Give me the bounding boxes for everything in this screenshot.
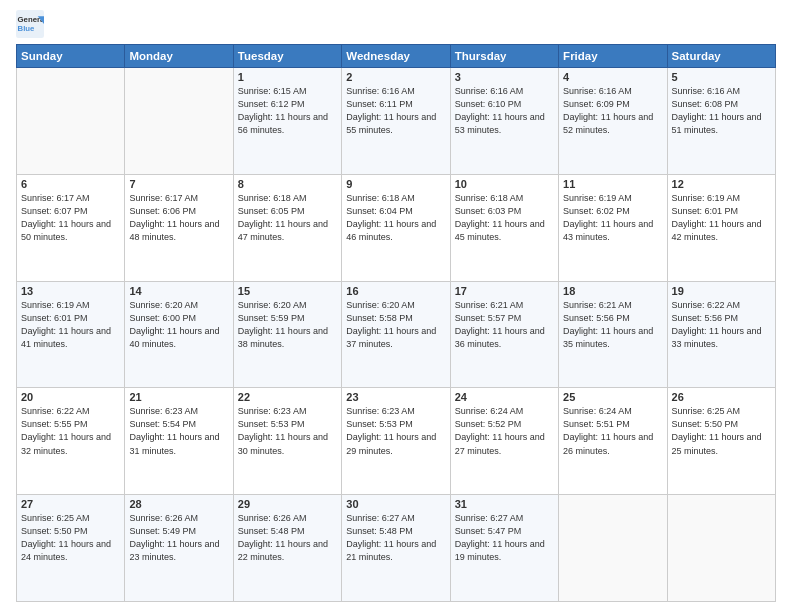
calendar-cell: 26Sunrise: 6:25 AMSunset: 5:50 PMDayligh… xyxy=(667,388,775,495)
day-info: Sunrise: 6:22 AMSunset: 5:55 PMDaylight:… xyxy=(21,405,120,457)
day-number: 27 xyxy=(21,498,120,510)
day-number: 23 xyxy=(346,391,445,403)
day-info: Sunrise: 6:20 AMSunset: 5:59 PMDaylight:… xyxy=(238,299,337,351)
day-number: 3 xyxy=(455,71,554,83)
calendar-cell: 4Sunrise: 6:16 AMSunset: 6:09 PMDaylight… xyxy=(559,68,667,175)
day-info: Sunrise: 6:16 AMSunset: 6:09 PMDaylight:… xyxy=(563,85,662,137)
header: General Blue xyxy=(16,10,776,38)
day-info: Sunrise: 6:19 AMSunset: 6:01 PMDaylight:… xyxy=(672,192,771,244)
day-number: 15 xyxy=(238,285,337,297)
day-number: 6 xyxy=(21,178,120,190)
day-number: 12 xyxy=(672,178,771,190)
day-number: 24 xyxy=(455,391,554,403)
day-number: 9 xyxy=(346,178,445,190)
day-info: Sunrise: 6:25 AMSunset: 5:50 PMDaylight:… xyxy=(672,405,771,457)
day-info: Sunrise: 6:17 AMSunset: 6:07 PMDaylight:… xyxy=(21,192,120,244)
calendar-cell: 16Sunrise: 6:20 AMSunset: 5:58 PMDayligh… xyxy=(342,281,450,388)
day-info: Sunrise: 6:17 AMSunset: 6:06 PMDaylight:… xyxy=(129,192,228,244)
calendar-week-1: 1Sunrise: 6:15 AMSunset: 6:12 PMDaylight… xyxy=(17,68,776,175)
calendar-cell: 28Sunrise: 6:26 AMSunset: 5:49 PMDayligh… xyxy=(125,495,233,602)
calendar-cell: 13Sunrise: 6:19 AMSunset: 6:01 PMDayligh… xyxy=(17,281,125,388)
calendar-table: SundayMondayTuesdayWednesdayThursdayFrid… xyxy=(16,44,776,602)
logo: General Blue xyxy=(16,10,48,38)
calendar-cell: 6Sunrise: 6:17 AMSunset: 6:07 PMDaylight… xyxy=(17,174,125,281)
day-number: 26 xyxy=(672,391,771,403)
calendar-col-monday: Monday xyxy=(125,45,233,68)
calendar-cell: 3Sunrise: 6:16 AMSunset: 6:10 PMDaylight… xyxy=(450,68,558,175)
calendar-cell: 27Sunrise: 6:25 AMSunset: 5:50 PMDayligh… xyxy=(17,495,125,602)
calendar-cell: 15Sunrise: 6:20 AMSunset: 5:59 PMDayligh… xyxy=(233,281,341,388)
day-info: Sunrise: 6:15 AMSunset: 6:12 PMDaylight:… xyxy=(238,85,337,137)
calendar-week-4: 20Sunrise: 6:22 AMSunset: 5:55 PMDayligh… xyxy=(17,388,776,495)
logo-icon: General Blue xyxy=(16,10,44,38)
calendar-cell: 30Sunrise: 6:27 AMSunset: 5:48 PMDayligh… xyxy=(342,495,450,602)
calendar-week-5: 27Sunrise: 6:25 AMSunset: 5:50 PMDayligh… xyxy=(17,495,776,602)
calendar-cell: 31Sunrise: 6:27 AMSunset: 5:47 PMDayligh… xyxy=(450,495,558,602)
svg-text:General: General xyxy=(18,15,44,24)
calendar-week-2: 6Sunrise: 6:17 AMSunset: 6:07 PMDaylight… xyxy=(17,174,776,281)
calendar-cell: 10Sunrise: 6:18 AMSunset: 6:03 PMDayligh… xyxy=(450,174,558,281)
day-number: 18 xyxy=(563,285,662,297)
day-info: Sunrise: 6:20 AMSunset: 5:58 PMDaylight:… xyxy=(346,299,445,351)
calendar-cell: 1Sunrise: 6:15 AMSunset: 6:12 PMDaylight… xyxy=(233,68,341,175)
day-info: Sunrise: 6:18 AMSunset: 6:04 PMDaylight:… xyxy=(346,192,445,244)
calendar-cell: 22Sunrise: 6:23 AMSunset: 5:53 PMDayligh… xyxy=(233,388,341,495)
day-info: Sunrise: 6:23 AMSunset: 5:54 PMDaylight:… xyxy=(129,405,228,457)
day-info: Sunrise: 6:19 AMSunset: 6:01 PMDaylight:… xyxy=(21,299,120,351)
calendar-cell xyxy=(667,495,775,602)
day-info: Sunrise: 6:18 AMSunset: 6:05 PMDaylight:… xyxy=(238,192,337,244)
day-number: 5 xyxy=(672,71,771,83)
day-number: 22 xyxy=(238,391,337,403)
calendar-cell: 25Sunrise: 6:24 AMSunset: 5:51 PMDayligh… xyxy=(559,388,667,495)
day-number: 16 xyxy=(346,285,445,297)
calendar-cell: 8Sunrise: 6:18 AMSunset: 6:05 PMDaylight… xyxy=(233,174,341,281)
day-info: Sunrise: 6:26 AMSunset: 5:48 PMDaylight:… xyxy=(238,512,337,564)
day-info: Sunrise: 6:22 AMSunset: 5:56 PMDaylight:… xyxy=(672,299,771,351)
calendar-cell: 23Sunrise: 6:23 AMSunset: 5:53 PMDayligh… xyxy=(342,388,450,495)
day-number: 30 xyxy=(346,498,445,510)
day-info: Sunrise: 6:25 AMSunset: 5:50 PMDaylight:… xyxy=(21,512,120,564)
calendar-header-row: SundayMondayTuesdayWednesdayThursdayFrid… xyxy=(17,45,776,68)
calendar-cell: 29Sunrise: 6:26 AMSunset: 5:48 PMDayligh… xyxy=(233,495,341,602)
day-number: 19 xyxy=(672,285,771,297)
calendar-col-tuesday: Tuesday xyxy=(233,45,341,68)
day-number: 1 xyxy=(238,71,337,83)
day-info: Sunrise: 6:21 AMSunset: 5:57 PMDaylight:… xyxy=(455,299,554,351)
calendar-cell: 5Sunrise: 6:16 AMSunset: 6:08 PMDaylight… xyxy=(667,68,775,175)
day-info: Sunrise: 6:19 AMSunset: 6:02 PMDaylight:… xyxy=(563,192,662,244)
day-number: 14 xyxy=(129,285,228,297)
day-info: Sunrise: 6:23 AMSunset: 5:53 PMDaylight:… xyxy=(238,405,337,457)
day-number: 20 xyxy=(21,391,120,403)
day-number: 17 xyxy=(455,285,554,297)
day-info: Sunrise: 6:26 AMSunset: 5:49 PMDaylight:… xyxy=(129,512,228,564)
day-info: Sunrise: 6:16 AMSunset: 6:11 PMDaylight:… xyxy=(346,85,445,137)
day-number: 25 xyxy=(563,391,662,403)
calendar-col-saturday: Saturday xyxy=(667,45,775,68)
day-info: Sunrise: 6:24 AMSunset: 5:52 PMDaylight:… xyxy=(455,405,554,457)
day-info: Sunrise: 6:27 AMSunset: 5:48 PMDaylight:… xyxy=(346,512,445,564)
day-number: 7 xyxy=(129,178,228,190)
day-info: Sunrise: 6:24 AMSunset: 5:51 PMDaylight:… xyxy=(563,405,662,457)
calendar-col-thursday: Thursday xyxy=(450,45,558,68)
day-info: Sunrise: 6:18 AMSunset: 6:03 PMDaylight:… xyxy=(455,192,554,244)
day-number: 28 xyxy=(129,498,228,510)
calendar-cell: 17Sunrise: 6:21 AMSunset: 5:57 PMDayligh… xyxy=(450,281,558,388)
calendar-cell: 12Sunrise: 6:19 AMSunset: 6:01 PMDayligh… xyxy=(667,174,775,281)
day-info: Sunrise: 6:27 AMSunset: 5:47 PMDaylight:… xyxy=(455,512,554,564)
calendar-cell: 2Sunrise: 6:16 AMSunset: 6:11 PMDaylight… xyxy=(342,68,450,175)
calendar-cell xyxy=(559,495,667,602)
day-number: 31 xyxy=(455,498,554,510)
day-number: 4 xyxy=(563,71,662,83)
calendar-cell: 11Sunrise: 6:19 AMSunset: 6:02 PMDayligh… xyxy=(559,174,667,281)
calendar-cell: 9Sunrise: 6:18 AMSunset: 6:04 PMDaylight… xyxy=(342,174,450,281)
calendar-cell: 18Sunrise: 6:21 AMSunset: 5:56 PMDayligh… xyxy=(559,281,667,388)
calendar-cell: 7Sunrise: 6:17 AMSunset: 6:06 PMDaylight… xyxy=(125,174,233,281)
svg-text:Blue: Blue xyxy=(18,24,36,33)
day-info: Sunrise: 6:16 AMSunset: 6:08 PMDaylight:… xyxy=(672,85,771,137)
calendar-col-sunday: Sunday xyxy=(17,45,125,68)
day-number: 2 xyxy=(346,71,445,83)
day-number: 29 xyxy=(238,498,337,510)
calendar-cell xyxy=(17,68,125,175)
calendar-col-wednesday: Wednesday xyxy=(342,45,450,68)
page: General Blue SundayMondayTuesdayWednesda… xyxy=(0,0,792,612)
